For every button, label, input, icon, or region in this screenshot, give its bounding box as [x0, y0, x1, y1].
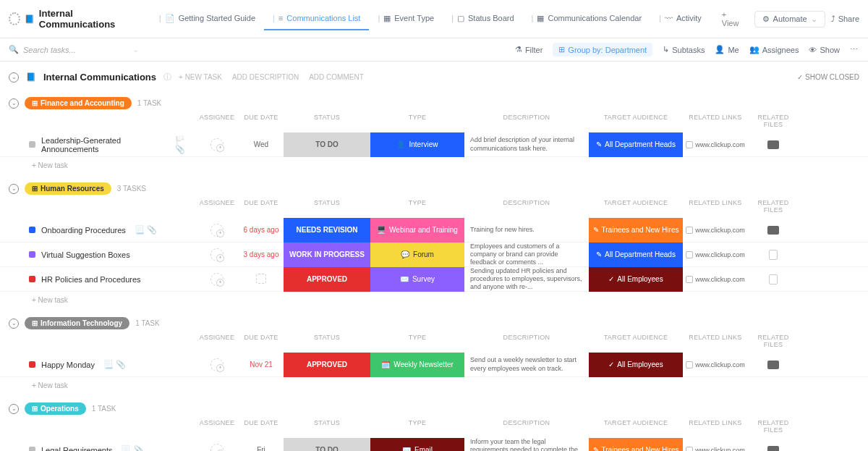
audience-cell[interactable]: ✓All Employees [589, 267, 683, 292]
view-tab[interactable]: |〰Activity [650, 8, 710, 30]
task-name[interactable]: Leadership-Generated Announcements🏳️ 📎 [9, 135, 195, 154]
add-description-button[interactable]: ADD DESCRIPTION [232, 73, 299, 81]
assign-icon[interactable] [210, 358, 224, 371]
file-thumbnail[interactable] [767, 140, 779, 149]
audience-cell[interactable]: ✓All Employees [589, 353, 683, 377]
assignee-cell[interactable] [195, 248, 239, 261]
description-cell[interactable]: Training for new hires. [464, 226, 589, 234]
group-pill[interactable]: ⊞Finance and Accounting [25, 97, 132, 109]
group-pill[interactable]: ⊞Operations [25, 402, 86, 415]
audience-cell[interactable]: ✎All Department Heads [589, 243, 683, 267]
collapse-icon[interactable]: ⌄ [9, 184, 19, 194]
automate-button[interactable]: ⚙ Automate ⌄ [754, 11, 825, 28]
status-cell[interactable]: TO DO [284, 132, 370, 157]
links-cell[interactable]: www.clickup.com [683, 141, 748, 148]
description-cell[interactable]: Add brief description of your internal c… [464, 136, 589, 153]
links-cell[interactable]: www.clickup.com [683, 361, 748, 368]
show-closed-button[interactable]: ✓ SHOW CLOSED [797, 73, 859, 81]
task-name[interactable]: Virtual Suggestion Boxes [9, 250, 195, 259]
file-thumbnail[interactable] [767, 226, 779, 235]
audience-cell[interactable]: ✎Trainees and New Hires [589, 218, 683, 243]
assignee-cell[interactable] [195, 444, 239, 452]
file-thumbnail[interactable] [767, 361, 779, 369]
due-date-cell[interactable]: Nov 21 [239, 361, 284, 368]
task-row[interactable]: Legal Requirements📃 📎 Fri TO DO ✉️Email … [0, 438, 868, 451]
task-row[interactable]: Virtual Suggestion Boxes 3 days ago WORK… [0, 243, 868, 267]
task-name[interactable]: HR Policies and Procedures [9, 275, 195, 284]
description-cell[interactable]: Sending updated HR policies and procedur… [464, 267, 589, 292]
links-cell[interactable]: www.clickup.com [683, 227, 748, 234]
status-cell[interactable]: APPROVED [284, 353, 370, 377]
filter-button[interactable]: ⚗ Filter [515, 45, 542, 54]
task-name[interactable]: Onboarding Procedures📃 📎 [9, 225, 195, 235]
due-date-cell[interactable]: Fri [239, 446, 284, 451]
links-cell[interactable]: www.clickup.com [683, 276, 748, 283]
assignee-cell[interactable] [195, 224, 239, 237]
due-date-cell[interactable]: 3 days ago [239, 250, 284, 258]
file-thumbnail[interactable] [767, 446, 779, 452]
type-cell[interactable]: ✉️Email [370, 438, 464, 452]
new-task-button[interactable]: + New task [0, 157, 868, 174]
show-button[interactable]: 👁 Show [809, 46, 840, 54]
description-cell[interactable]: Inform your team the legal requirements … [464, 438, 589, 451]
assign-icon[interactable] [210, 224, 224, 237]
view-tab[interactable]: |▦Event Type [369, 8, 443, 30]
assignee-cell[interactable] [195, 273, 239, 286]
assign-icon[interactable] [210, 138, 224, 151]
assignees-button[interactable]: 👥 Assignees [749, 45, 799, 54]
me-button[interactable]: 👤 Me [715, 45, 739, 54]
file-doc-icon[interactable] [769, 274, 778, 284]
files-cell[interactable] [748, 140, 799, 149]
info-icon[interactable]: ⓘ [163, 72, 171, 83]
task-row[interactable]: Happy Monday📃 📎 Nov 21 APPROVED 🗓️Weekly… [0, 353, 868, 377]
new-task-button[interactable]: + New task [0, 377, 868, 394]
files-cell[interactable] [748, 226, 799, 235]
description-cell[interactable]: Send out a weekly newsletter to start ev… [464, 356, 589, 373]
subtasks-button[interactable]: ↳ Subtasks [663, 45, 705, 54]
groupby-button[interactable]: ⊞ Group by: Department [553, 43, 652, 56]
task-name[interactable]: Happy Monday📃 📎 [9, 360, 195, 369]
type-cell[interactable]: 👤Interview [370, 132, 464, 157]
add-view-button[interactable]: + View [713, 4, 752, 33]
task-row[interactable]: Onboarding Procedures📃 📎 6 days ago NEED… [0, 218, 868, 243]
description-cell[interactable]: Employees and customers of a company or … [464, 243, 589, 267]
calendar-icon[interactable] [256, 274, 266, 284]
links-cell[interactable]: www.clickup.com [683, 251, 748, 258]
list-title[interactable]: Internal Communications [43, 72, 156, 83]
file-doc-icon[interactable] [769, 250, 778, 260]
files-cell[interactable] [748, 446, 799, 452]
task-name[interactable]: Legal Requirements📃 📎 [9, 445, 195, 451]
type-cell[interactable]: 🗓️Weekly Newsletter [370, 353, 464, 377]
collapse-icon[interactable]: ⌄ [9, 98, 19, 109]
share-button[interactable]: ⤴ Share [831, 14, 859, 23]
due-date-cell[interactable]: Wed [239, 140, 284, 148]
assignee-cell[interactable] [195, 138, 239, 151]
group-pill[interactable]: ⊞Human Resources [25, 182, 111, 195]
group-pill[interactable]: ⊞Information Technology [25, 317, 129, 329]
files-cell[interactable] [748, 274, 799, 284]
search-input[interactable]: 🔍 Search tasks... ⌄ [9, 45, 139, 54]
new-task-button[interactable]: + New task [0, 292, 868, 308]
workspace-title[interactable]: Internal Communications [39, 8, 135, 30]
status-cell[interactable]: WORK IN PROGRESS [284, 243, 370, 267]
files-cell[interactable] [748, 361, 799, 369]
audience-cell[interactable]: ✎Trainees and New Hires [589, 438, 683, 452]
assignee-cell[interactable] [195, 358, 239, 371]
assign-icon[interactable] [210, 248, 224, 261]
new-task-button[interactable]: + NEW TASK [179, 73, 222, 81]
files-cell[interactable] [748, 250, 799, 260]
more-icon[interactable]: ⋯ [850, 45, 859, 54]
view-tab[interactable]: |📄Getting Started Guide [150, 8, 264, 30]
type-cell[interactable]: ✉️Survey [370, 267, 464, 292]
status-cell[interactable]: TO DO [284, 438, 370, 452]
view-tab[interactable]: |▦Communications Calendar [523, 8, 650, 30]
add-comment-button[interactable]: ADD COMMENT [309, 73, 364, 81]
due-date-cell[interactable] [239, 274, 284, 285]
view-tab[interactable]: |▢Status Board [443, 8, 522, 30]
status-cell[interactable]: APPROVED [284, 267, 370, 292]
due-date-cell[interactable]: 6 days ago [239, 226, 284, 234]
assign-icon[interactable] [210, 273, 224, 286]
task-row[interactable]: HR Policies and Procedures APPROVED ✉️Su… [0, 267, 868, 292]
links-cell[interactable]: www.clickup.com [683, 447, 748, 452]
task-row[interactable]: Leadership-Generated Announcements🏳️ 📎 W… [0, 132, 868, 157]
